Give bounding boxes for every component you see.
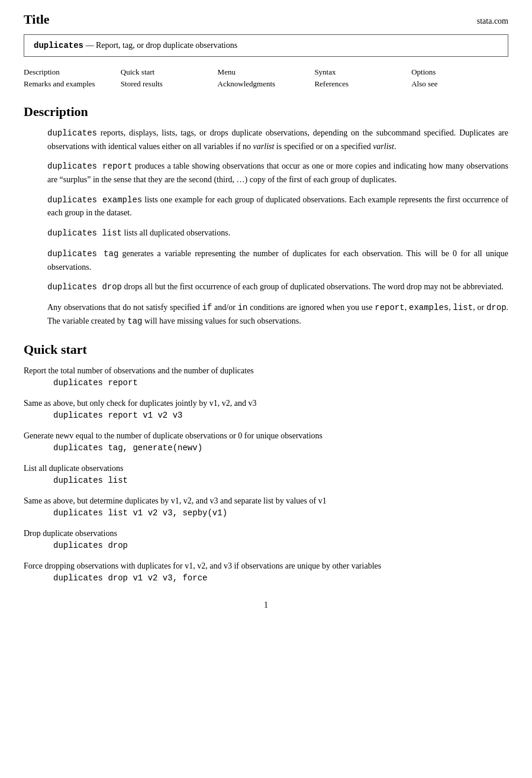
brand: stata.com bbox=[477, 17, 508, 26]
nav-options[interactable]: Options bbox=[411, 67, 436, 76]
desc-para-4: duplicates list lists all duplicated obs… bbox=[47, 227, 508, 240]
qs-code-6: duplicates drop bbox=[53, 541, 508, 550]
nav-references[interactable]: References bbox=[314, 79, 349, 88]
nav-acknowledgments[interactable]: Acknowledgments bbox=[218, 79, 275, 88]
cmd-drop: drop bbox=[486, 303, 507, 312]
nav-syntax[interactable]: Syntax bbox=[314, 67, 336, 76]
cmd-if: if bbox=[202, 303, 212, 312]
cmd-list: list bbox=[453, 303, 473, 312]
page-header: Title stata.com bbox=[24, 12, 508, 27]
qs-code-3: duplicates tag, generate(newv) bbox=[53, 443, 508, 453]
description-heading: Description bbox=[24, 104, 508, 120]
qs-item-6: Drop duplicate observations duplicates d… bbox=[24, 527, 508, 550]
qs-code-4: duplicates list bbox=[53, 476, 508, 485]
command-name: duplicates bbox=[34, 41, 83, 50]
qs-desc-3: Generate newv equal to the number of dup… bbox=[24, 431, 323, 440]
desc-para-1: duplicates reports, displays, lists, tag… bbox=[47, 127, 508, 153]
qs-item-2: Same as above, but only check for duplic… bbox=[24, 397, 508, 420]
qs-code-7: duplicates drop v1 v2 v3, force bbox=[53, 573, 508, 583]
cmd-duplicates-report: duplicates report bbox=[47, 162, 133, 171]
page-title: Title bbox=[24, 12, 50, 27]
qs-code-1: duplicates report bbox=[53, 378, 508, 388]
cmd-duplicates-1: duplicates bbox=[47, 128, 97, 138]
qs-item-3: Generate newv equal to the number of dup… bbox=[24, 430, 508, 453]
nav-stored-results[interactable]: Stored results bbox=[121, 79, 163, 88]
command-description: Report, tag, or drop duplicate observati… bbox=[96, 41, 237, 50]
qs-code-5: duplicates list v1 v2 v3, sepby(v1) bbox=[53, 508, 508, 518]
desc-para-7: Any observations that do not satisfy spe… bbox=[47, 301, 508, 328]
desc-para-3: duplicates examples lists one example fo… bbox=[47, 193, 508, 219]
qs-desc-1: Report the total number of observations … bbox=[24, 366, 254, 375]
nav-also-see[interactable]: Also see bbox=[411, 79, 437, 88]
qs-desc-6: Drop duplicate observations bbox=[24, 529, 117, 538]
nav-quickstart[interactable]: Quick start bbox=[121, 67, 154, 76]
cmd-tag: tag bbox=[127, 317, 142, 326]
qs-code-2: duplicates report v1 v2 v3 bbox=[53, 411, 508, 420]
cmd-report: report bbox=[375, 303, 404, 312]
varlist-1: varlist bbox=[253, 142, 275, 151]
qs-desc-2: Same as above, but only check for duplic… bbox=[24, 399, 256, 408]
command-box: duplicates — Report, tag, or drop duplic… bbox=[24, 34, 508, 57]
qs-desc-7: Force dropping observations with duplica… bbox=[24, 561, 381, 570]
nav-remarks[interactable]: Remarks and examples bbox=[24, 79, 95, 88]
qs-desc-5: Same as above, but determine duplicates … bbox=[24, 496, 327, 505]
qs-item-1: Report the total number of observations … bbox=[24, 364, 508, 388]
nav-description[interactable]: Description bbox=[24, 67, 60, 76]
page-number: 1 bbox=[24, 601, 508, 610]
cmd-duplicates-tag: duplicates tag bbox=[47, 249, 118, 259]
qs-desc-4: List all duplicate observations bbox=[24, 464, 123, 473]
nav-menu[interactable]: Menu bbox=[218, 67, 236, 76]
desc-para-2: duplicates report produces a table showi… bbox=[47, 160, 508, 186]
cmd-duplicates-examples: duplicates examples bbox=[47, 195, 142, 205]
nav-table: Description Quick start Menu Syntax Opti… bbox=[24, 66, 508, 90]
cmd-examples: examples bbox=[409, 303, 449, 312]
varlist-2: varlist bbox=[373, 142, 394, 151]
command-dash: — bbox=[86, 41, 96, 50]
qs-item-7: Force dropping observations with duplica… bbox=[24, 560, 508, 583]
desc-para-6: duplicates drop drops all but the first … bbox=[47, 280, 508, 294]
cmd-duplicates-drop: duplicates drop bbox=[47, 282, 122, 292]
qs-item-5: Same as above, but determine duplicates … bbox=[24, 495, 508, 518]
cmd-in: in bbox=[238, 303, 248, 312]
quickstart-heading: Quick start bbox=[24, 342, 508, 357]
cmd-duplicates-list: duplicates list bbox=[47, 228, 122, 238]
desc-para-5: duplicates tag generates a variable repr… bbox=[47, 247, 508, 273]
qs-item-4: List all duplicate observations duplicat… bbox=[24, 462, 508, 485]
